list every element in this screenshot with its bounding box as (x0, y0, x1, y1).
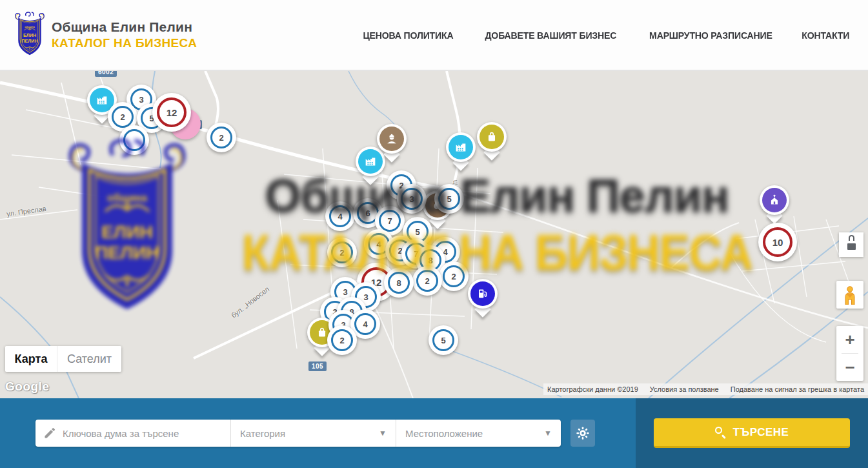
search-fields-group: Категория ▼ Местоположение ▼ (35, 420, 561, 447)
main-nav: ЦЕНОВА ПОЛИТИКА ДОБАВЕТЕ ВАШИЯТ БИЗНЕС М… (360, 30, 851, 41)
worker-pin-marker[interactable] (377, 124, 407, 161)
chevron-down-icon: ▼ (544, 429, 552, 438)
site-subtitle: КАТАЛОГ НА БИЗНЕСА (52, 36, 197, 50)
cluster-marker[interactable]: 2 (327, 238, 357, 267)
search-bar: Категория ▼ Местоположение ▼ (0, 398, 868, 468)
attribution-terms-link[interactable]: Условия за ползване (650, 385, 719, 393)
keyword-search-input[interactable] (63, 428, 223, 439)
attribution-report-error-link[interactable]: Подаване на сигнал за грешка в картата (731, 385, 864, 393)
zoom-in-button[interactable]: + (836, 326, 863, 353)
header: община ЕЛИН ПЕЛИН Община Елин Пелин КАТА… (0, 0, 868, 71)
category-select[interactable]: Категория ▼ (230, 420, 396, 447)
fuel-icon (470, 281, 495, 306)
svg-text:ЕЛИН: ЕЛИН (23, 32, 36, 38)
site-title: Община Елин Пелин (52, 19, 197, 35)
map-view-button[interactable]: Карта (5, 346, 57, 372)
bag-icon (479, 125, 504, 149)
municipality-crest-logo: община ЕЛИН ПЕЛИН (14, 11, 45, 59)
search-icon (715, 427, 727, 438)
bag-pin-marker[interactable] (477, 122, 507, 159)
worker-icon (379, 127, 404, 151)
cluster-marker[interactable]: 2 (412, 266, 442, 296)
zoom-out-button[interactable]: − (836, 354, 863, 381)
category-select-value: Категория (240, 428, 285, 439)
gear-icon (576, 426, 590, 440)
cluster-marker[interactable]: 2 (439, 261, 469, 291)
cluster-marker[interactable] (119, 125, 149, 155)
cluster-marker[interactable]: 10 (758, 223, 797, 261)
factory-icon (449, 135, 473, 159)
cluster-marker[interactable]: 5 (434, 184, 464, 214)
chevron-down-icon: ▼ (379, 429, 387, 438)
satellite-view-button[interactable]: Сателит (57, 346, 121, 372)
pegman-icon (842, 285, 858, 305)
map-lock-button[interactable] (839, 232, 863, 257)
lock-icon (847, 239, 856, 250)
map-attribution: Картографски данни ©2019 Условия за полз… (543, 383, 868, 395)
location-select-value: Местоположение (405, 428, 483, 439)
church-icon (762, 188, 787, 212)
search-action-panel: ТЪРСЕНЕ (636, 398, 868, 468)
fuel-pin-marker[interactable] (468, 279, 498, 316)
cluster-marker[interactable]: 5 (429, 325, 458, 355)
google-logo[interactable]: Google (5, 380, 49, 394)
road-shield-label: 6002 (95, 71, 117, 77)
cluster-marker[interactable]: 2 (207, 123, 236, 152)
google-map[interactable]: 6002105 ул. Преславбул. „Новоселции 3251… (0, 71, 868, 398)
search-button-label: ТЪРСЕНЕ (733, 426, 789, 439)
cluster-marker[interactable]: 12 (152, 93, 191, 132)
nav-add-business[interactable]: ДОБАВЕТЕ ВАШИЯТ БИЗНЕС (485, 30, 616, 41)
site-logo[interactable]: община ЕЛИН ПЕЛИН Община Елин Пелин КАТА… (14, 11, 197, 59)
zoom-control: + − (836, 326, 863, 381)
keyword-field[interactable] (35, 420, 230, 447)
church-pin-marker[interactable] (760, 185, 789, 223)
advanced-settings-button[interactable] (570, 420, 595, 447)
nav-pricing[interactable]: ЦЕНОВА ПОЛИТИКА (363, 30, 454, 41)
search-button[interactable]: ТЪРСЕНЕ (654, 418, 850, 448)
cluster-marker[interactable]: 8 (384, 268, 414, 298)
svg-text:ПЕЛИН: ПЕЛИН (21, 38, 37, 44)
map-type-control: Карта Сателит (5, 346, 121, 372)
street-view-pegman-button[interactable] (836, 281, 863, 309)
road-shield-label: 105 (308, 361, 327, 371)
attribution-copyright: Картографски данни ©2019 (547, 385, 638, 393)
nav-route-schedule[interactable]: МАРШРУТНО РАЗПИСАНИЕ (649, 30, 772, 41)
nav-contacts[interactable]: КОНТАКТИ (802, 30, 850, 41)
cluster-marker[interactable]: 4 (325, 201, 355, 231)
location-select[interactable]: Местоположение ▼ (396, 420, 561, 447)
svg-text:община: община (25, 25, 35, 28)
cluster-marker[interactable]: 2 (327, 325, 357, 355)
pencil-icon (43, 427, 56, 440)
factory-pin-marker[interactable] (446, 132, 476, 170)
